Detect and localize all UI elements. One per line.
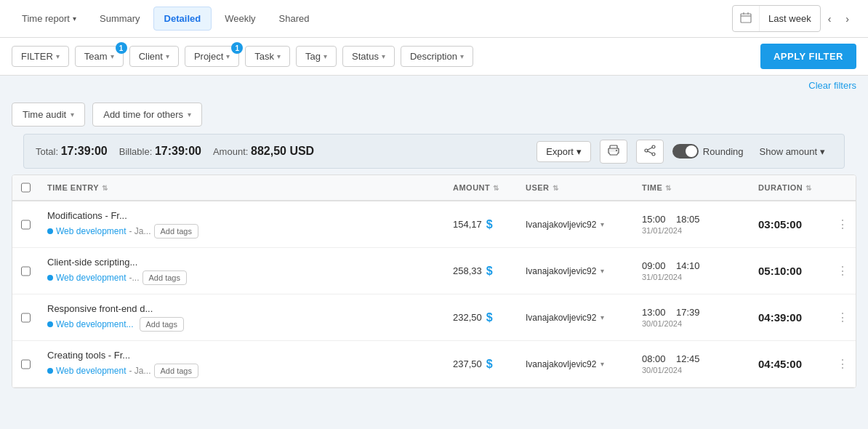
row-1-add-tags[interactable]: Add tags [142,270,187,285]
row-3-project-dot [47,368,53,374]
team-filter-button[interactable]: Team ▾ 1 [75,46,124,67]
row-3-more[interactable]: ⋮ [829,348,856,380]
svg-point-11 [645,149,648,152]
filter-label: FILTER [21,51,53,62]
row-1-checkbox[interactable] [12,257,39,285]
row-1-check[interactable] [21,266,31,276]
add-time-dropdown[interactable]: Add time for others ▾ [92,103,202,127]
row-0-amount: 154,17 $ [444,209,517,240]
row-2-more[interactable]: ⋮ [829,302,856,333]
row-0-more[interactable]: ⋮ [829,209,856,240]
tab-weekly[interactable]: Weekly [214,7,265,30]
row-3-check[interactable] [21,359,31,369]
description-filter-button[interactable]: Description ▾ [401,46,473,67]
row-3-add-tags[interactable]: Add tags [154,364,198,378]
th-user-sort: ⇅ [552,184,559,192]
row-2-user-name: Ivanajakovljevic92 [526,313,596,323]
status-filter-button[interactable]: Status ▾ [342,46,395,67]
project-filter-button[interactable]: Project ▾ 1 [185,46,239,67]
row-1-project-name: Web development [56,273,126,283]
svg-point-10 [652,153,655,156]
row-3-project-suffix: - Ja... [129,366,151,376]
tab-shared[interactable]: Shared [269,7,320,30]
row-3-checkbox[interactable] [12,350,39,378]
date-next-button[interactable]: › [838,7,856,31]
project-label: Project [194,51,223,62]
table-header: TIME ENTRY ⇅ AMOUNT ⇅ USER ⇅ TIME ⇅ DURA… [12,175,856,201]
row-2-project-name: Web development... [56,319,134,329]
filter-bar: FILTER ▾ Team ▾ 1 Client ▾ Project ▾ 1 T… [0,38,868,76]
row-1-time-range: 09:00 14:10 [642,260,700,271]
time-audit-dropdown[interactable]: Time audit ▾ [12,103,85,127]
date-picker[interactable]: Last week [732,5,821,32]
client-filter-button[interactable]: Client ▾ [129,46,179,67]
row-2-title: Responsive front-end d... [47,303,153,314]
row-0-time: 15:00 18:05 31/01/2024 [633,205,750,244]
status-label: Status [352,51,379,62]
select-all-checkbox[interactable] [21,183,31,193]
row-3-duration-val: 04:45:00 [758,358,802,370]
show-amount-button[interactable]: Show amount ▾ [752,142,833,161]
project-badge: 1 [231,42,243,54]
time-report-tab[interactable]: Time report ▾ [12,7,87,30]
show-amount-label: Show amount [760,146,818,157]
svg-line-12 [648,148,652,150]
row-1-project: Web development -... Add tags [47,270,187,285]
svg-rect-0 [741,14,751,23]
row-2-currency: $ [486,311,493,324]
tag-filter-button[interactable]: Tag ▾ [296,46,337,67]
row-0-project-suffix: - Ja... [129,226,151,236]
th-time[interactable]: TIME ⇅ [633,175,750,200]
row-1-more[interactable]: ⋮ [829,255,856,286]
row-2-user: Ivanajakovljevic92 ▾ [517,304,633,332]
row-0-end: 18:05 [676,214,700,225]
total-label: Total: [36,146,58,157]
apply-filter-button[interactable]: APPLY FILTER [760,44,856,69]
clear-filters-bar: Clear filters [0,76,868,95]
row-3-entry: Creating tools - Fr... Web development -… [39,341,444,387]
project-arrow: ▾ [226,52,230,60]
th-time-entry[interactable]: TIME ENTRY ⇅ [39,175,444,200]
row-2-checkbox[interactable] [12,304,39,332]
th-user-label: USER [526,183,550,192]
date-prev-button[interactable]: ‹ [821,7,839,31]
th-duration[interactable]: DURATION ⇅ [750,175,829,200]
summary-actions: Export ▾ [537,140,832,164]
th-duration-sort: ⇅ [805,184,812,192]
th-amount[interactable]: AMOUNT ⇅ [444,175,517,200]
row-2-entry: Responsive front-end d... Web developmen… [39,294,444,340]
row-2-user-arrow: ▾ [600,313,604,321]
row-0-checkbox[interactable] [12,211,39,238]
table-row: Responsive front-end d... Web developmen… [12,294,856,341]
rounding-toggle[interactable]: Rounding [672,144,744,159]
share-button[interactable] [636,140,664,164]
time-audit-label: Time audit [23,109,66,120]
row-3-end: 12:45 [676,353,700,364]
export-button[interactable]: Export ▾ [537,141,591,162]
row-0-add-tags[interactable]: Add tags [154,224,198,238]
row-2-check[interactable] [21,313,31,323]
tab-summary[interactable]: Summary [89,7,150,30]
rounding-switch[interactable] [672,144,699,159]
row-0-start: 15:00 [642,214,666,225]
print-button[interactable] [600,140,627,164]
row-3-user-arrow: ▾ [600,360,604,368]
row-0-project-dot [47,228,53,234]
row-3-date: 30/01/2024 [642,366,682,374]
time-audit-arrow: ▾ [71,111,74,119]
tab-detailed[interactable]: Detailed [153,7,212,31]
clear-filters-link[interactable]: Clear filters [808,80,856,91]
table-row: Modifications - Fr... Web development - … [12,201,856,248]
row-2-add-tags[interactable]: Add tags [140,317,184,332]
th-amount-sort: ⇅ [493,184,499,192]
description-label: Description [410,51,457,62]
task-filter-button[interactable]: Task ▾ [245,46,290,67]
summary-section: Total: 17:39:00 Billable: 17:39:00 Amoun… [0,134,868,175]
th-user[interactable]: USER ⇅ [517,175,633,200]
row-0-check[interactable] [21,220,31,230]
row-3-project-name: Web development [56,366,126,376]
row-0-project-name: Web development [56,226,126,236]
date-label: Last week [760,7,820,30]
filter-button[interactable]: FILTER ▾ [12,46,69,67]
amount-label: Amount: [213,146,248,157]
